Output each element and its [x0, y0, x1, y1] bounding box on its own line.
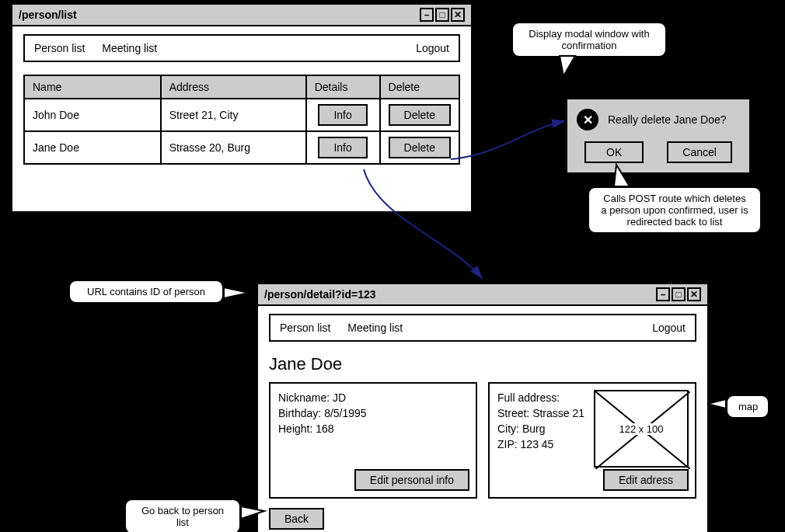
window-body: Person list Meeting list Logout Jane Doe…: [258, 306, 707, 532]
close-icon[interactable]: ✕: [687, 287, 701, 301]
address-panel: Full address: Street: Strasse 21 City: B…: [488, 382, 696, 499]
maximize-icon[interactable]: □: [435, 8, 449, 22]
col-details: Details: [306, 75, 380, 99]
close-icon[interactable]: ✕: [451, 8, 465, 22]
edit-address-button[interactable]: Edit adress: [603, 469, 689, 491]
navbar: Person list Meeting list Logout: [23, 34, 460, 62]
callout-map: map: [726, 395, 769, 419]
close-icon[interactable]: ✕: [577, 109, 598, 130]
edit-personal-button[interactable]: Edit personal info: [354, 469, 469, 491]
col-name: Name: [24, 75, 161, 99]
nav-logout[interactable]: Logout: [416, 42, 449, 54]
ok-button[interactable]: OK: [584, 141, 644, 163]
info-button[interactable]: Info: [318, 137, 367, 158]
window-person-list: /person/list – □ ✕ Person list Meeting l…: [11, 3, 473, 213]
titlebar: /person/list – □ ✕: [12, 5, 471, 26]
col-delete: Delete: [380, 75, 459, 99]
delete-button[interactable]: Delete: [389, 137, 451, 158]
person-name-heading: Jane Doe: [269, 354, 696, 374]
window-controls: – □ ✕: [420, 8, 465, 22]
nav-meeting-list[interactable]: Meeting list: [347, 322, 403, 334]
nav-person-list[interactable]: Person list: [34, 42, 85, 54]
window-controls: – □ ✕: [656, 287, 701, 301]
birthday-label: Birthday: 8/5/1995: [278, 407, 468, 419]
svg-marker-0: [560, 56, 575, 76]
person-table: Name Address Details Delete John Doe Str…: [23, 75, 460, 165]
cell-address: Strasse 20, Burg: [161, 131, 306, 164]
window-title: /person/list: [19, 9, 77, 21]
navbar: Person list Meeting list Logout: [269, 314, 696, 342]
svg-marker-6: [707, 399, 726, 409]
nickname-label: Nickname: JD: [278, 391, 468, 404]
nav-person-list[interactable]: Person list: [280, 322, 330, 334]
cancel-button[interactable]: Cancel: [667, 141, 732, 163]
window-person-detail: /person/detail?id=123 – □ ✕ Person list …: [256, 283, 709, 532]
col-address: Address: [161, 75, 306, 99]
cell-name: Jane Doe: [24, 131, 161, 164]
callout-urlid: URL contains ID of person: [68, 280, 224, 304]
callout-back: Go back to person list: [124, 499, 241, 532]
table-row: John Doe Street 21, City Info Delete: [24, 99, 459, 131]
personal-info-panel: Nickname: JD Birthday: 8/5/1995 Height: …: [269, 382, 477, 499]
maximize-icon[interactable]: □: [672, 287, 686, 301]
confirm-dialog: ✕ Really delete Jane Doe? OK Cancel: [566, 98, 751, 174]
nav-meeting-list[interactable]: Meeting list: [102, 42, 157, 54]
back-button[interactable]: Back: [269, 508, 324, 530]
window-body: Person list Meeting list Logout Name Add…: [12, 26, 471, 211]
height-label: Height: 168: [278, 422, 468, 435]
window-title: /person/detail?id=123: [264, 288, 376, 301]
callout-modal: Display modal window with confirmation: [511, 22, 667, 57]
callout-post: Calls POST route which deletes a person …: [588, 186, 762, 234]
nav-logout[interactable]: Logout: [652, 322, 686, 334]
svg-marker-2: [224, 287, 249, 298]
delete-button[interactable]: Delete: [389, 104, 451, 126]
info-button[interactable]: Info: [318, 104, 367, 126]
cell-name: John Doe: [24, 99, 161, 131]
cell-address: Street 21, City: [161, 99, 306, 131]
minimize-icon[interactable]: –: [420, 8, 434, 22]
minimize-icon[interactable]: –: [656, 287, 670, 301]
dialog-title: Really delete Jane Doe?: [608, 113, 727, 126]
table-row: Jane Doe Strasse 20, Burg Info Delete: [24, 131, 459, 164]
titlebar: /person/detail?id=123 – □ ✕: [258, 284, 707, 306]
map-placeholder: 122 x 100: [594, 390, 689, 468]
